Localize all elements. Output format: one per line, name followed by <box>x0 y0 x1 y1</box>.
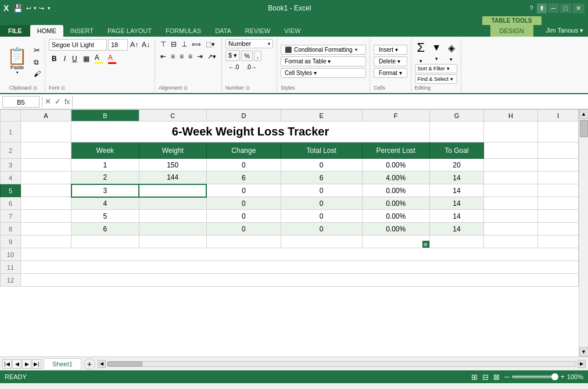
row-number-11[interactable]: 11 <box>1 261 21 274</box>
vertical-scrollbar[interactable]: ▲ ▼ <box>579 109 588 356</box>
cell-g9[interactable] <box>429 235 483 248</box>
cell-e3[interactable]: 0 <box>281 159 362 172</box>
format-painter-btn[interactable]: 🖌 <box>32 69 42 79</box>
font-size-input[interactable] <box>108 39 128 51</box>
insert-function-btn[interactable]: fx <box>64 98 70 106</box>
enter-formula-btn[interactable]: ✓ <box>55 97 61 106</box>
format-btn[interactable]: Format ▾ <box>374 68 407 78</box>
cell-b9[interactable] <box>71 235 139 248</box>
cell-h8[interactable] <box>483 223 537 235</box>
row-number-4[interactable]: 4 <box>1 172 21 184</box>
row-number-1[interactable]: 1 <box>1 122 21 142</box>
cell-h9[interactable] <box>483 235 537 248</box>
cell-g6[interactable]: 14 <box>429 197 483 210</box>
cell-d6[interactable]: 0 <box>206 197 281 210</box>
row-number-12[interactable]: 12 <box>1 274 21 287</box>
cell-c8[interactable] <box>139 223 206 235</box>
align-bottom-btn[interactable]: ⊥ <box>180 39 189 49</box>
cell-d3[interactable]: 0 <box>206 159 281 172</box>
cell-e2[interactable]: Total Lost <box>281 142 362 159</box>
cell-i3[interactable] <box>538 159 579 172</box>
cell-h2[interactable] <box>483 142 537 159</box>
bold-btn[interactable]: B <box>49 53 60 65</box>
wrap-text-btn[interactable]: ⟺ <box>190 40 203 49</box>
cell-b1-title[interactable]: 6-Week Weight Loss Tracker <box>71 122 430 142</box>
cell-c7[interactable] <box>139 210 206 223</box>
clear-btn[interactable]: ◈ <box>446 41 457 55</box>
table-resize-handle[interactable]: ⊞ <box>422 241 429 248</box>
align-top-btn[interactable]: ⊤ <box>159 39 168 49</box>
cell-e4[interactable]: 6 <box>281 172 362 184</box>
font-size-decrease-btn[interactable]: A↓ <box>141 40 151 49</box>
customize-qat-btn[interactable]: ▾ <box>46 4 52 12</box>
comma-btn[interactable]: , <box>254 51 261 61</box>
tab-formulas[interactable]: FORMULAS <box>159 25 208 37</box>
maximize-btn[interactable]: □ <box>560 3 571 13</box>
cell-row10[interactable] <box>20 248 578 261</box>
zoom-decrease-btn[interactable]: ─ <box>504 373 510 381</box>
cell-c3[interactable]: 150 <box>139 159 206 172</box>
align-center-btn[interactable]: ≡ <box>178 51 185 62</box>
cell-d4[interactable]: 6 <box>206 172 281 184</box>
conditional-formatting-btn[interactable]: ⬛ Conditional Formatting ▾ <box>281 45 366 55</box>
cell-c5[interactable] <box>139 184 206 197</box>
paste-btn[interactable]: 📋 Paste ▾ <box>3 46 31 77</box>
help-btn[interactable]: ? <box>527 3 535 13</box>
row-number-6[interactable]: 6 <box>1 197 21 210</box>
cell-i7[interactable] <box>538 210 579 223</box>
cell-g8[interactable]: 14 <box>429 223 483 235</box>
cancel-formula-btn[interactable]: ✕ <box>45 97 51 106</box>
orientation-btn[interactable]: ↗▾ <box>206 52 218 62</box>
cell-i1[interactable] <box>538 122 579 142</box>
tab-page-layout[interactable]: PAGE LAYOUT <box>101 25 159 37</box>
cut-btn[interactable]: ✂ <box>32 45 42 56</box>
cell-i9[interactable] <box>538 235 579 248</box>
font-size-increase-btn[interactable]: A↑ <box>129 40 139 49</box>
cell-b3[interactable]: 1 <box>71 159 139 172</box>
tab-design[interactable]: DESIGN <box>490 25 533 37</box>
row-number-2[interactable]: 2 <box>1 142 21 159</box>
cell-e6[interactable]: 0 <box>281 197 362 210</box>
col-header-b[interactable]: B <box>71 110 139 122</box>
row-number-5[interactable]: 5 <box>1 184 21 197</box>
cell-f4[interactable]: 4.00% <box>362 172 429 184</box>
font-color-btn[interactable]: A <box>106 52 118 65</box>
row-number-7[interactable]: 7 <box>1 210 21 223</box>
cell-b2[interactable]: Week <box>71 142 139 159</box>
cell-a3[interactable] <box>20 159 71 172</box>
sheet-nav-prev[interactable]: ◀ <box>12 359 21 369</box>
align-middle-btn[interactable]: ⊟ <box>169 39 178 49</box>
cell-h3[interactable] <box>483 159 537 172</box>
delete-btn[interactable]: Delete ▾ <box>374 56 407 66</box>
cell-e9[interactable] <box>281 235 362 248</box>
cell-g5[interactable]: 14 <box>429 184 483 197</box>
indent-increase-btn[interactable]: ⇥ <box>195 51 205 62</box>
ribbon-toggle-btn[interactable]: ⬆ <box>537 3 547 13</box>
cell-b7[interactable]: 5 <box>71 210 139 223</box>
h-scroll-thumb[interactable] <box>107 362 142 366</box>
cell-f9[interactable]: ⊞ <box>362 235 429 248</box>
corner-cell[interactable] <box>1 110 21 122</box>
cell-i5[interactable] <box>538 184 579 197</box>
cell-g2[interactable]: To Goal <box>429 142 483 159</box>
tab-file[interactable]: FILE <box>0 25 30 37</box>
cell-d8[interactable]: 0 <box>206 223 281 235</box>
sheet-nav-next[interactable]: ▶ <box>22 359 31 369</box>
tab-data[interactable]: DATA <box>208 25 238 37</box>
decrease-decimal-btn[interactable]: ←.0 <box>225 62 242 72</box>
col-header-e[interactable]: E <box>281 110 362 122</box>
undo-more-btn[interactable]: ▾ <box>34 5 37 11</box>
increase-decimal-btn[interactable]: .0→ <box>243 62 259 72</box>
cell-i4[interactable] <box>538 172 579 184</box>
view-normal-btn[interactable]: ⊞ <box>471 373 478 381</box>
underline-btn[interactable]: U <box>70 53 80 64</box>
scroll-down-btn[interactable]: ▼ <box>579 347 589 356</box>
percent-btn[interactable]: % <box>241 51 253 61</box>
view-layout-btn[interactable]: ⊟ <box>482 373 489 381</box>
minimize-btn[interactable]: ─ <box>548 3 560 13</box>
border-btn[interactable]: ▦ <box>81 53 91 64</box>
autosum-btn[interactable]: Σ <box>415 39 428 56</box>
cell-f6[interactable]: 0.00% <box>362 197 429 210</box>
cell-g1[interactable] <box>429 122 483 142</box>
row-number-3[interactable]: 3 <box>1 159 21 172</box>
